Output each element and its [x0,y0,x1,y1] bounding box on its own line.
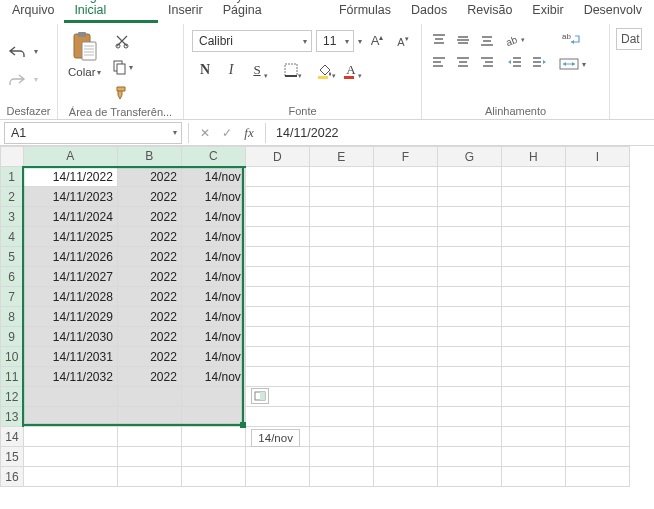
cell[interactable]: 14/11/2026 [23,247,117,267]
cell[interactable] [245,367,309,387]
cell[interactable] [309,187,373,207]
cell[interactable] [373,447,437,467]
name-box[interactable]: A1 ▾ [4,122,182,144]
cell[interactable] [181,387,245,407]
cell[interactable]: 14/11/2032 [23,367,117,387]
cell[interactable]: 2022 [117,327,181,347]
chevron-down-icon[interactable]: ▾ [34,47,38,56]
tab-p-gina-inicial[interactable]: Página Inicial [64,0,158,23]
cell[interactable] [23,387,117,407]
cell[interactable] [245,327,309,347]
cell[interactable] [437,247,501,267]
font-size-combo[interactable]: 11 ▾ [316,30,354,52]
cell[interactable] [373,267,437,287]
col-header-C[interactable]: C [181,147,245,167]
cell[interactable] [501,327,565,347]
decrease-font-button[interactable]: A▾ [392,30,414,52]
cell[interactable] [437,347,501,367]
cell[interactable]: 14/11/2024 [23,207,117,227]
cell[interactable] [501,307,565,327]
tab-revis-o[interactable]: Revisão [457,0,522,23]
cell[interactable]: 2022 [117,167,181,187]
increase-font-button[interactable]: A▴ [366,30,388,52]
cell[interactable] [373,247,437,267]
cell[interactable] [565,227,629,247]
cell[interactable] [309,347,373,367]
row-header[interactable]: 2 [1,187,24,207]
cell[interactable]: 14/nov [181,207,245,227]
tab-arquivo[interactable]: Arquivo [2,0,64,23]
formula-input[interactable] [268,122,654,144]
cell[interactable]: 2022 [117,267,181,287]
cell[interactable] [373,347,437,367]
cell[interactable] [373,287,437,307]
cell[interactable] [373,227,437,247]
cell[interactable] [117,467,181,487]
cell[interactable]: 2022 [117,227,181,247]
cell[interactable] [501,447,565,467]
font-name-combo[interactable]: Calibri ▾ [192,30,312,52]
cell[interactable] [437,267,501,287]
cell[interactable] [23,447,117,467]
cell[interactable]: 14/11/2023 [23,187,117,207]
chevron-down-icon[interactable]: ▾ [34,75,38,84]
cell[interactable] [565,467,629,487]
cell[interactable]: 14/nov [181,307,245,327]
cell[interactable] [437,327,501,347]
cell[interactable] [437,427,501,447]
cell[interactable]: 2022 [117,307,181,327]
cell[interactable] [245,267,309,287]
cell[interactable] [565,427,629,447]
cell[interactable] [565,287,629,307]
cell[interactable] [309,327,373,347]
cell[interactable] [565,347,629,367]
accept-formula-button[interactable]: ✓ [217,123,237,143]
cell[interactable] [309,287,373,307]
decrease-indent-button[interactable] [504,52,526,72]
tab-layout-da-p-gina[interactable]: Layout da Página [213,0,329,23]
col-header-H[interactable]: H [501,147,565,167]
orientation-button[interactable]: ab▾ [504,30,526,50]
cell[interactable] [437,407,501,427]
row-header[interactable]: 5 [1,247,24,267]
cell[interactable] [565,447,629,467]
fill-color-button[interactable]: ▾ [312,58,338,82]
cell[interactable] [565,267,629,287]
cell[interactable] [309,247,373,267]
row-header[interactable]: 13 [1,407,24,427]
cell[interactable] [501,367,565,387]
cell[interactable] [501,287,565,307]
cell[interactable] [117,427,181,447]
cell[interactable] [501,227,565,247]
cell[interactable] [437,367,501,387]
cell[interactable] [23,407,117,427]
merge-cells-button[interactable] [556,54,582,74]
cell[interactable] [501,387,565,407]
cell[interactable] [437,187,501,207]
align-bottom-button[interactable] [476,30,498,50]
row-header[interactable]: 4 [1,227,24,247]
insert-function-button[interactable]: fx [239,123,259,143]
cell[interactable] [373,167,437,187]
tab-inserir[interactable]: Inserir [158,0,213,23]
cell[interactable] [245,307,309,327]
cell[interactable] [373,367,437,387]
cell[interactable] [309,227,373,247]
autofill-options-button[interactable] [251,388,269,404]
tab-exibir[interactable]: Exibir [522,0,573,23]
cell[interactable]: 14/nov [181,247,245,267]
row-header[interactable]: 1 [1,167,24,187]
chevron-down-icon[interactable]: ▾ [129,63,133,72]
cancel-formula-button[interactable]: ✕ [195,123,215,143]
cell[interactable]: 2022 [117,367,181,387]
cell[interactable] [501,407,565,427]
cell[interactable]: 14/11/2031 [23,347,117,367]
col-header-G[interactable]: G [437,147,501,167]
copy-button[interactable] [111,56,129,78]
cell[interactable] [501,347,565,367]
cell[interactable] [501,167,565,187]
cell[interactable]: 14/nov [181,347,245,367]
cell[interactable] [245,447,309,467]
row-header[interactable]: 10 [1,347,24,367]
wrap-text-button[interactable]: ab [558,30,584,50]
